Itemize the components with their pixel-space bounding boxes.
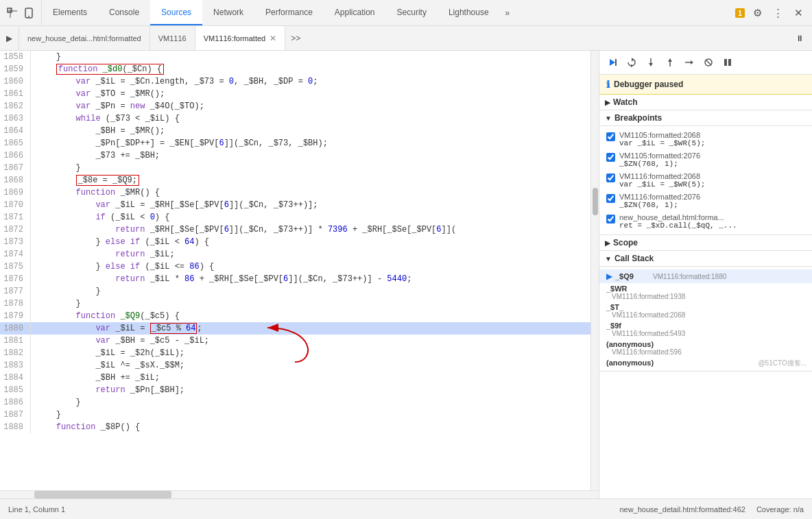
debug-toolbar <box>599 51 812 75</box>
pause-button[interactable]: ⏸ <box>791 30 808 47</box>
file-tab-1[interactable]: new_house_detai...html:formatted <box>19 26 150 50</box>
code-line-1865: 1865 _$Pn[_$DP++] = _$EN[_$PV[6]](_$Cn, … <box>0 137 599 149</box>
tab-application[interactable]: Application <box>324 0 386 25</box>
svg-marker-8 <box>632 58 634 62</box>
tab-security[interactable]: Security <box>386 0 438 25</box>
file-tab-2[interactable]: VM1116 <box>150 26 195 50</box>
watch-label: Watch <box>613 97 638 107</box>
bp-item-2: VM1105:formatted:2076 _$ZN(768, 1); <box>599 149 812 170</box>
code-area-wrapper: 1858 } 1859 function _$d0(_$Cn) { 1860 v… <box>0 51 599 498</box>
bp-code-1: var _$iL = _$WR(5); <box>619 139 705 147</box>
watch-section-header[interactable]: ▶ Watch <box>599 95 812 110</box>
call-item-0[interactable]: ▶ _$Q9 VM1116:formatted:1880 <box>599 269 812 283</box>
code-line-1860: 1860 var _$iL = _$Cn.length, _$73 = 0, _… <box>0 75 599 88</box>
code-line-1875: 1875 } else if (_$iL <= 86) { <box>0 261 599 273</box>
call-item-4[interactable]: (anonymous) VM1116:formatted:596 <box>599 339 812 357</box>
breakpoints-section-header[interactable]: ▼ Breakpoints <box>599 110 812 126</box>
file-tabs-more[interactable]: >> <box>285 34 306 43</box>
call-item-1[interactable]: _$WR VM1116:formatted:1938 <box>599 283 812 302</box>
tab-network[interactable]: Network <box>202 0 254 25</box>
tabs-more-icon[interactable]: » <box>500 8 516 18</box>
bp-checkbox-5[interactable] <box>606 215 615 224</box>
scope-section-header[interactable]: ▶ Scope <box>599 235 812 251</box>
tab-console[interactable]: Console <box>98 0 150 25</box>
bp-checkbox-1[interactable] <box>606 132 615 141</box>
code-line-1876: 1876 return _$iL * 86 + _$RH[_$Se[_$PV[6… <box>0 273 599 285</box>
call-item-2[interactable]: _$T_ VM1116:formatted:2068 <box>599 302 812 320</box>
call-name-1: _$WR <box>606 285 805 293</box>
svg-marker-6 <box>610 59 615 66</box>
call-name-0: _$Q9 <box>615 272 653 280</box>
close-icon[interactable]: ✕ <box>790 5 807 21</box>
call-loc-4: VM1116:formatted:596 <box>606 348 805 356</box>
call-item-5[interactable]: (anonymous) @51CTO搜客... <box>599 357 812 368</box>
horizontal-scrollbar[interactable] <box>0 490 599 498</box>
bp-checkbox-4[interactable] <box>606 194 615 203</box>
watermark-text: @51CTO搜客... <box>758 359 807 368</box>
breakpoints-arrow-icon: ▼ <box>605 114 612 122</box>
call-stack-content: ▶ _$Q9 VM1116:formatted:1880 _$WR VM1116… <box>599 267 812 372</box>
file-tab-1-label: new_house_detai...html:formatted <box>27 34 141 43</box>
bp-file-1: VM1105:formatted:2068 <box>619 131 705 139</box>
code-line-1868: 1868 _$8e = _$Q9; <box>0 174 599 186</box>
notification-badge[interactable]: 1 <box>735 8 745 18</box>
call-stack-label: Call Stack <box>614 254 654 263</box>
debugger-banner: ℹ Debugger paused <box>599 75 812 95</box>
code-line-1877: 1877 } <box>0 285 599 298</box>
settings-icon[interactable]: ⚙ <box>749 5 765 21</box>
tab-performance[interactable]: Performance <box>254 0 324 25</box>
code-line-1881: 1881 var _$BH = _$c5 - _$iL; <box>0 335 599 347</box>
status-bar: Line 1, Column 1 new_house_detail.html:f… <box>0 498 812 519</box>
bp-checkbox-2[interactable] <box>606 153 615 162</box>
bp-item-3: VM1116:formatted:2068 var _$iL = _$WR(5)… <box>599 170 812 191</box>
scope-label: Scope <box>613 238 638 248</box>
file-tabs-right: ⏸ <box>787 30 812 47</box>
step-into-button[interactable] <box>642 53 660 71</box>
file-tab-3-close[interactable]: ✕ <box>270 34 276 43</box>
top-nav-bar: Elements Console Sources Network Perform… <box>0 0 812 26</box>
call-loc-3: VM1116:formatted:5493 <box>606 330 805 337</box>
bp-file-3: VM1116:formatted:2068 <box>619 172 705 180</box>
code-line-1874: 1874 return _$iL; <box>0 248 599 261</box>
deactivate-button[interactable] <box>700 53 717 71</box>
inspect-icon[interactable] <box>5 6 19 20</box>
status-right: new_house_detail.html:formatted:462 Cove… <box>619 505 804 514</box>
file-tabs-bar: ▶ new_house_detai...html:formatted VM111… <box>0 26 812 51</box>
mobile-icon[interactable] <box>22 6 36 20</box>
step-button[interactable] <box>680 53 698 71</box>
svg-rect-7 <box>615 59 617 66</box>
bp-checkbox-3[interactable] <box>606 173 615 182</box>
tab-sources[interactable]: Sources <box>150 0 202 25</box>
code-scroll[interactable]: 1858 } 1859 function _$d0(_$Cn) { 1860 v… <box>0 51 599 490</box>
bp-code-4: _$ZN(768, 1); <box>619 201 700 209</box>
call-loc-2: VM1116:formatted:2068 <box>606 311 805 319</box>
tab-lighthouse[interactable]: Lighthouse <box>438 0 500 25</box>
tab-elements[interactable]: Elements <box>42 0 98 25</box>
code-line-1858: 1858 } <box>0 51 599 63</box>
breakpoints-label: Breakpoints <box>614 113 662 123</box>
resume-button[interactable] <box>604 53 621 71</box>
file-tab-3-label: VM1116:formatted <box>204 34 266 43</box>
call-loc-1: VM1116:formatted:1938 <box>606 293 805 300</box>
call-current-icon: ▶ <box>606 271 612 281</box>
sidebar-toggle[interactable]: ▶ <box>0 26 19 50</box>
step-out-button[interactable] <box>661 53 679 71</box>
code-line-1884: 1884 _$BH += _$iL; <box>0 372 599 384</box>
code-line-1882: 1882 _$iL = _$2h(_$iL); <box>0 347 599 359</box>
vertical-scrollbar[interactable] <box>590 51 599 490</box>
call-item-3[interactable]: _$9f VM1116:formatted:5493 <box>599 320 812 339</box>
svg-rect-18 <box>724 59 727 66</box>
code-line-1861: 1861 var _$TO = _$MR(); <box>0 88 599 100</box>
call-stack-section-header[interactable]: ▼ Call Stack <box>599 251 812 267</box>
code-line-1887: 1887 } <box>0 409 599 421</box>
code-line-1869: 1869 function _$MR() { <box>0 186 599 199</box>
call-name-3: _$9f <box>606 322 805 330</box>
bp-item-4: VM1116:formatted:2076 _$ZN(768, 1); <box>599 191 812 211</box>
pause-on-exception-button[interactable] <box>719 53 737 71</box>
step-over-button[interactable] <box>623 53 641 71</box>
file-tab-2-label: VM1116 <box>158 34 187 43</box>
svg-marker-13 <box>668 58 672 62</box>
code-line-1862: 1862 var _$Pn = new _$4O(_$TO); <box>0 100 599 112</box>
more-options-icon[interactable]: ⋮ <box>769 5 786 21</box>
file-tab-3[interactable]: VM1116:formatted ✕ <box>195 26 286 50</box>
